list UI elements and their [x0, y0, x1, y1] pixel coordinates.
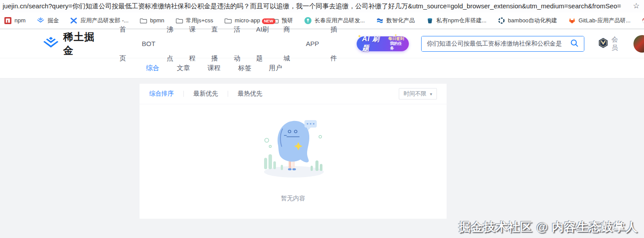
- nav-label: 首页: [119, 25, 126, 62]
- divider: [228, 91, 228, 97]
- divider: [183, 91, 184, 97]
- bookmark-label: 数智化产品: [386, 17, 415, 25]
- bookmark-private-npm[interactable]: 私有npm仓库搭建...: [426, 17, 487, 25]
- juejin-icon: [37, 17, 44, 24]
- nav-item-pins[interactable]: 沸点: [161, 15, 183, 73]
- url-bar: juejin.cn/search?query=你们知道公司按最低工资标准缴纳社保…: [0, 0, 644, 12]
- nav-label: 商城: [283, 25, 290, 62]
- sort-bar: 综合排序 最新优先 最热优先 时间不限 ▾: [140, 84, 447, 104]
- nav-item-app[interactable]: APP: [300, 29, 325, 58]
- bookmark-label: 私有npm仓库搭建...: [436, 17, 487, 25]
- nav-item-shop[interactable]: 商城: [278, 15, 300, 73]
- empty-state: 暂无内容: [140, 104, 447, 202]
- blue-product-icon: [376, 17, 383, 24]
- bookmark-star-icon[interactable]: ☆: [633, 1, 640, 11]
- member-badge-icon: [597, 37, 609, 50]
- sort-hottest[interactable]: 最热优先: [238, 90, 262, 98]
- nav-item-ai-practice[interactable]: AI刷题 NEW: [250, 15, 278, 73]
- bookmark-bamboo[interactable]: bamboo自动化构建: [498, 17, 557, 25]
- bookmark-gitlab[interactable]: GitLab-应用产品研...: [569, 17, 630, 25]
- member-label: 会员: [612, 36, 623, 52]
- empty-state-illustration: [258, 114, 328, 181]
- bamboo-icon: [498, 17, 505, 24]
- bookmark-label: 掘金: [47, 17, 59, 25]
- blue-x-icon: [70, 17, 77, 24]
- nav-item-events[interactable]: 活动: [228, 15, 250, 73]
- yapi-icon: [642, 17, 644, 24]
- sort-newest[interactable]: 最新优先: [193, 90, 218, 98]
- bookmark-label: npm: [14, 17, 25, 24]
- nav-label: 活动: [234, 25, 240, 62]
- bookmark-yapi[interactable]: YApi: [642, 17, 644, 24]
- bookmark-label: GitLab-应用产品研...: [579, 17, 630, 25]
- juejin-logo[interactable]: 稀土掘金: [43, 30, 100, 57]
- nav-label: AI刷题: [256, 25, 269, 62]
- browser-window: juejin.cn/search?query=你们知道公司按最低工资标准缴纳社保…: [0, 0, 644, 238]
- ai-practice-banner[interactable]: ✦ ✦ AI 刷题 每日签到 我的任务: [357, 36, 409, 51]
- nav-item-home[interactable]: 首页: [114, 15, 136, 73]
- sparkle-icon: ✦: [358, 34, 361, 39]
- nav-label: 课程: [189, 25, 196, 62]
- bookmark-npm[interactable]: npm: [4, 17, 25, 24]
- search-results-card: 综合排序 最新优先 最热优先 时间不限 ▾: [140, 84, 447, 219]
- bookmark-shuzhihua[interactable]: 数智化产品: [376, 17, 415, 25]
- npm-icon: [4, 17, 11, 24]
- search-icon: [570, 39, 579, 49]
- nav-item-courses[interactable]: 课程: [183, 15, 206, 73]
- nav-label: 插件: [330, 25, 337, 62]
- banner-line1: 每日签到: [388, 36, 404, 41]
- bucket-icon: [426, 17, 433, 24]
- gitlab-icon: [569, 17, 576, 24]
- juejin-logo-icon: [43, 36, 59, 51]
- search-box: [421, 36, 584, 52]
- bookmark-label: bamboo自动化构建: [508, 17, 557, 25]
- empty-text: 暂无内容: [281, 195, 305, 202]
- banner-subtitle: 每日签到 我的任务: [388, 36, 404, 51]
- nav-label: 沸点: [167, 25, 173, 62]
- search-input[interactable]: [422, 36, 565, 51]
- nav-label: 直播: [211, 25, 218, 62]
- member-entry[interactable]: 会员: [597, 36, 623, 52]
- time-filter-label: 时间不限: [404, 90, 426, 98]
- sparkle-icon: ✦: [394, 33, 397, 37]
- search-button[interactable]: [565, 36, 584, 51]
- nav-item-live[interactable]: 直播: [206, 15, 228, 73]
- content-area: 综合排序 最新优先 最热优先 时间不限 ▾: [0, 78, 644, 238]
- chevron-down-icon: ▾: [430, 92, 432, 96]
- nav-label: BOT: [142, 40, 155, 47]
- user-avatar[interactable]: [633, 35, 644, 53]
- logo-text: 稀土掘金: [63, 30, 100, 57]
- nav-label: APP: [306, 40, 319, 47]
- nav-item-extension[interactable]: 插件: [325, 15, 347, 73]
- banner-title: AI 刷题: [362, 35, 385, 53]
- url-input[interactable]: juejin.cn/search?query=你们知道公司按最低工资标准缴纳社保…: [3, 2, 621, 11]
- new-badge: NEW: [262, 18, 275, 24]
- sort-comprehensive[interactable]: 综合排序: [149, 90, 174, 98]
- bookmark-juejin[interactable]: 掘金: [37, 17, 59, 25]
- juejin-header: 稀土掘金 首页 BOT 沸点 课程 直播 活动 AI刷题 NEW 商城 APP …: [0, 29, 644, 58]
- time-filter-dropdown[interactable]: 时间不限 ▾: [399, 88, 437, 99]
- main-nav: 首页 BOT 沸点 课程 直播 活动 AI刷题 NEW 商城 APP 插件: [114, 15, 347, 73]
- nav-item-bot[interactable]: BOT: [136, 29, 161, 58]
- banner-line2: 我的任务: [390, 41, 404, 51]
- watermark-text: 掘金技术社区 @ 内容生态鼓掌人: [459, 219, 638, 235]
